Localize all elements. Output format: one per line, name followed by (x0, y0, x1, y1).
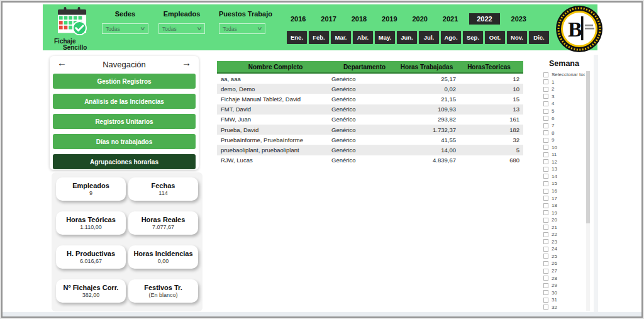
month-button-ago[interactable]: Ago. (441, 31, 461, 44)
table-row[interactable]: FMT, DavidGenérico109,9313 (217, 104, 523, 115)
table-row[interactable]: FMW, JuanGenérico293,82161 (217, 115, 523, 125)
checkbox-icon[interactable] (543, 152, 548, 157)
checkbox-icon[interactable] (543, 196, 548, 201)
year-tab-2018[interactable]: 2018 (348, 13, 370, 25)
week-item-8[interactable]: 8 (543, 129, 585, 137)
week-item-17[interactable]: 17 (543, 194, 585, 202)
checkbox-icon[interactable] (543, 276, 548, 281)
week-item-27[interactable]: 27 (543, 267, 585, 275)
filter-puestos-dropdown[interactable]: Todas ∨ (219, 23, 265, 34)
month-button-may[interactable]: May. (375, 31, 395, 44)
week-item-3[interactable]: 3 (543, 93, 585, 101)
table-row[interactable]: Prueba, DavidGenérico1.732,37182 (217, 125, 523, 135)
checkbox-icon[interactable] (543, 203, 548, 208)
column-header-0[interactable]: Nombre Completo (217, 61, 330, 72)
checkbox-icon[interactable] (543, 218, 548, 223)
week-item-16[interactable]: 16 (543, 187, 585, 195)
table-row[interactable]: Fichaje Manual Tablet2, DavidGenérico21,… (217, 94, 523, 104)
week-item-10[interactable]: 10 (543, 143, 585, 151)
month-button-jun[interactable]: Jun. (397, 31, 417, 44)
checkbox-icon[interactable] (543, 298, 548, 303)
checkbox-icon[interactable] (543, 189, 548, 194)
table-row[interactable]: RJW, LucasGenérico4.839,67680 (217, 155, 523, 165)
checkbox-icon[interactable] (543, 138, 548, 143)
nav-previous-arrow[interactable]: ← (57, 57, 67, 68)
week-item-6[interactable]: 6 (543, 115, 585, 122)
table-row[interactable]: aa, aaaGenérico25,1712 (217, 74, 523, 84)
checkbox-icon[interactable] (543, 239, 548, 244)
filter-empleados-dropdown[interactable]: Todas ∨ (158, 23, 205, 34)
checkbox-icon[interactable] (543, 116, 548, 121)
week-item-15[interactable]: 15 (543, 180, 585, 187)
week-item-19[interactable]: 19 (543, 209, 585, 216)
week-item-23[interactable]: 23 (543, 238, 585, 246)
nav-item-d-as-no-trabajados[interactable]: Días no trabajados (53, 134, 196, 149)
nav-item-gesti-n-registros[interactable]: Gestión Registros (53, 74, 196, 89)
column-header-3[interactable]: HorasTeoricas (458, 61, 523, 72)
week-item-18[interactable]: 18 (543, 202, 585, 210)
checkbox-icon[interactable] (543, 101, 548, 106)
checkbox-icon[interactable] (543, 72, 548, 77)
month-button-oct[interactable]: Oct. (485, 31, 505, 44)
year-tab-2019[interactable]: 2019 (378, 13, 401, 25)
checkbox-icon[interactable] (543, 269, 548, 274)
checkbox-icon[interactable] (543, 247, 548, 252)
checkbox-icon[interactable] (543, 261, 548, 266)
checkbox-icon[interactable] (543, 174, 548, 179)
week-item-21[interactable]: 21 (543, 223, 585, 231)
week-item-7[interactable]: 7 (543, 122, 585, 130)
month-button-sep[interactable]: Sep. (463, 31, 483, 44)
week-item-14[interactable]: 14 (543, 173, 585, 181)
nav-item-an-lisis-de-las-incidencias[interactable]: Análisis de las Incidencias (53, 94, 196, 109)
table-row[interactable]: demo, DemoGenérico0,0210 (217, 84, 523, 94)
checkbox-icon[interactable] (543, 181, 548, 186)
checkbox-icon[interactable] (543, 305, 548, 310)
week-item-5[interactable]: 5 (543, 108, 585, 115)
horizontal-scrollbar-track[interactable] (3, 312, 641, 316)
checkbox-icon[interactable] (543, 79, 548, 84)
month-button-jul[interactable]: Jul. (419, 31, 439, 44)
checkbox-icon[interactable] (543, 232, 548, 237)
checkbox-icon[interactable] (543, 210, 548, 215)
month-button-feb[interactable]: Feb. (309, 31, 329, 44)
month-button-ene[interactable]: Ene. (287, 31, 307, 44)
week-item-20[interactable]: 20 (543, 216, 585, 224)
week-item-31[interactable]: 31 (543, 296, 585, 304)
week-item-1[interactable]: 1 (543, 79, 585, 86)
checkbox-icon[interactable] (543, 130, 548, 135)
month-button-mar[interactable]: Mar. (331, 31, 351, 44)
week-item-2[interactable]: 2 (543, 86, 585, 93)
nav-item-registros-unitarios[interactable]: Registros Unitarios (53, 114, 196, 129)
week-item-29[interactable]: 29 (543, 282, 585, 289)
week-item-11[interactable]: 11 (543, 151, 585, 159)
year-tab-2020[interactable]: 2020 (408, 13, 431, 25)
checkbox-icon[interactable] (543, 290, 548, 295)
nav-item-agrupaciones-horarias[interactable]: Agrupaciones horarias (53, 154, 196, 169)
checkbox-icon[interactable] (543, 159, 548, 164)
month-button-abr[interactable]: Abr. (353, 31, 373, 44)
year-tab-2021[interactable]: 2021 (439, 13, 462, 25)
week-item-13[interactable]: 13 (543, 165, 585, 173)
week-item-32[interactable]: 32 (543, 304, 585, 311)
week-scrollbar-thumb[interactable] (586, 71, 590, 223)
checkbox-icon[interactable] (543, 109, 548, 114)
page-scrollbar-track[interactable] (594, 55, 598, 313)
week-item-24[interactable]: 24 (543, 245, 585, 253)
year-tab-2017[interactable]: 2017 (317, 13, 340, 25)
week-item-4[interactable]: 4 (543, 100, 585, 108)
month-button-nov[interactable]: Nov. (507, 31, 527, 44)
week-item-22[interactable]: 22 (543, 231, 585, 238)
week-item-25[interactable]: 25 (543, 253, 585, 260)
year-tab-2016[interactable]: 2016 (287, 13, 309, 25)
week-select-all[interactable]: Seleccionar todo (543, 71, 585, 79)
checkbox-icon[interactable] (543, 145, 548, 150)
year-tab-2023[interactable]: 2023 (508, 13, 530, 25)
column-header-2[interactable]: Horas Trabajadas (397, 61, 458, 72)
week-item-28[interactable]: 28 (543, 274, 585, 282)
filter-sedes-dropdown[interactable]: Todas ∨ (102, 23, 148, 34)
month-button-dic[interactable]: Dic. (529, 31, 549, 44)
year-tab-2022[interactable]: 2022 (469, 13, 499, 25)
checkbox-icon[interactable] (543, 94, 548, 99)
week-item-30[interactable]: 30 (543, 289, 585, 296)
week-item-12[interactable]: 12 (543, 159, 585, 166)
